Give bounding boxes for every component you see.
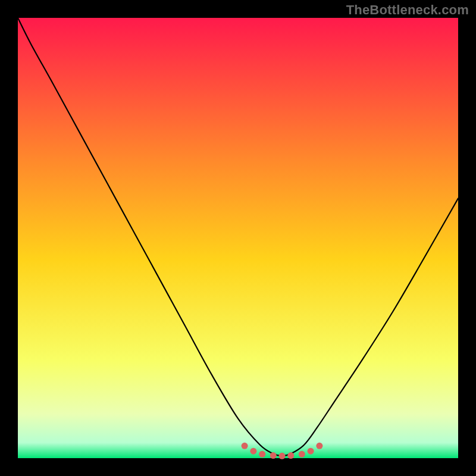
- flat-marker-dot: [259, 451, 265, 458]
- plot-background: [18, 18, 458, 458]
- flat-marker-dot: [270, 452, 277, 459]
- flat-marker-dot: [279, 453, 286, 459]
- flat-marker-dot: [299, 451, 305, 458]
- flat-marker-dot: [250, 448, 256, 455]
- watermark-text: TheBottleneck.com: [346, 2, 469, 18]
- chart-frame: TheBottleneck.com: [0, 0, 476, 476]
- bottleneck-chart: [0, 0, 476, 476]
- flat-marker-dot: [316, 443, 322, 449]
- flat-marker-dot: [308, 448, 314, 455]
- flat-marker-dot: [242, 443, 248, 449]
- flat-marker-dot: [287, 452, 294, 459]
